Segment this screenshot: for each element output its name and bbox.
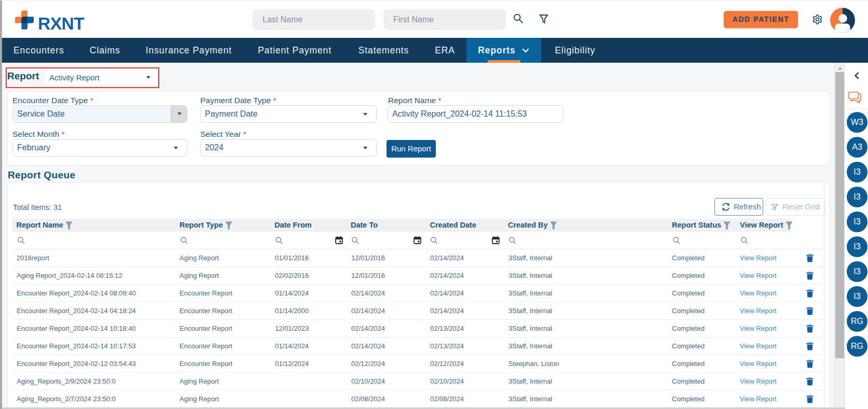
- svg-text:RXNT: RXNT: [38, 14, 85, 33]
